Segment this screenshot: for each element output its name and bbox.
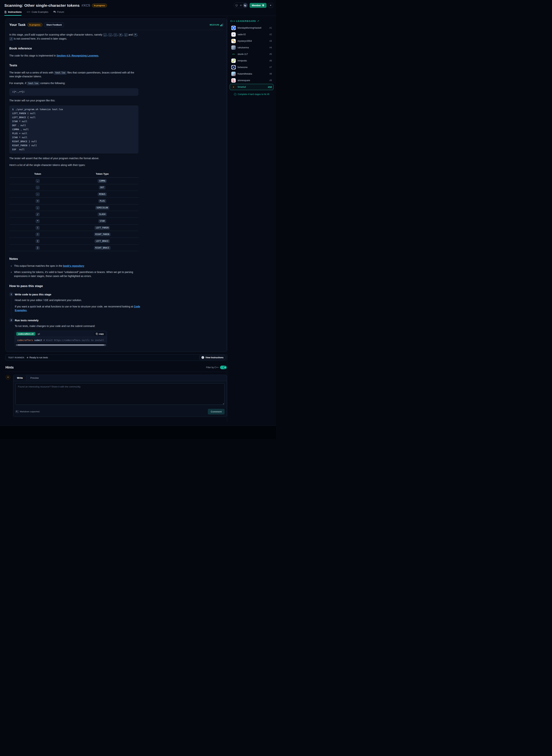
tab-code-examples[interactable]: </> Code Examples bbox=[27, 11, 48, 16]
leaderboard-row[interactable]: sada-02#2 bbox=[230, 31, 273, 37]
token-type-badge: PLUS bbox=[99, 199, 106, 203]
close-icon[interactable]: ✕ bbox=[268, 3, 273, 8]
leaderboard-rank: #1 bbox=[269, 27, 272, 29]
inline-code: . bbox=[108, 33, 112, 37]
text-link[interactable]: Section 4.5: Recognizing Lexemes bbox=[56, 54, 99, 57]
chat-icon bbox=[53, 11, 56, 13]
tab-codecrafters-cli[interactable]: codecrafters cli bbox=[16, 332, 35, 336]
resize-handle-icon[interactable]: ◢ bbox=[223, 403, 224, 404]
test-runner-label: TEST RUNNER: bbox=[8, 357, 25, 359]
token-type-badge: LEFT_PAREN bbox=[95, 226, 110, 230]
leaderboard-username: skunk-117 bbox=[238, 53, 248, 55]
text-link[interactable]: Code Examples bbox=[15, 305, 140, 312]
view-instructions-button[interactable]: ↓ View Instructions bbox=[199, 355, 226, 360]
token-badge: { bbox=[36, 239, 39, 243]
leaderboard-rank: #8 bbox=[269, 73, 272, 75]
avatar bbox=[231, 85, 236, 89]
comment-button[interactable]: Comment bbox=[208, 409, 225, 414]
table-row: (LEFT_PAREN bbox=[9, 224, 138, 231]
leaderboard-rank: #9 bbox=[269, 79, 272, 82]
markdown-icon: M↓ bbox=[15, 410, 19, 413]
member-label: Member bbox=[252, 4, 261, 7]
filter-toggle[interactable]: ✓ bbox=[220, 366, 227, 369]
stage-id: #XC5 bbox=[82, 3, 90, 7]
inline-code: ; bbox=[124, 33, 128, 37]
scroll-left-icon[interactable]: ◀ bbox=[16, 344, 17, 346]
filter-label: Filter by C++ bbox=[206, 366, 219, 369]
table-row: )RIGHT_PAREN bbox=[9, 231, 138, 238]
leaderboard-row[interactable]: skunk-117#5 bbox=[230, 51, 273, 57]
leaderboard-note-label: Complete 4 hard stages to hit #9 bbox=[238, 93, 269, 96]
step-paragraph: To run tests, make changes to your code … bbox=[15, 324, 144, 328]
scroll-right-icon[interactable]: ▶ bbox=[105, 344, 106, 346]
tab-label: Forum bbox=[57, 11, 64, 13]
instructions-card: Your Task In-progress Share Feedback MED… bbox=[5, 19, 227, 352]
inline-code: test.lox bbox=[27, 82, 39, 85]
scrollbar-thumb[interactable] bbox=[17, 345, 104, 346]
dark-theme-icon[interactable] bbox=[243, 3, 247, 7]
token-type-badge: SLASH bbox=[98, 213, 107, 216]
comment-input[interactable] bbox=[15, 383, 225, 405]
tab-label: Instructions bbox=[8, 11, 21, 13]
tab-git[interactable]: git bbox=[37, 332, 41, 336]
leaderboard-row[interactable]: mmjwxbc#6 bbox=[230, 57, 273, 64]
avatar bbox=[231, 45, 236, 50]
leaderboard-row[interactable]: alonesquare#9 bbox=[230, 77, 273, 84]
token-badge: , bbox=[36, 179, 39, 183]
token-type-badge: RIGHT_BRACE bbox=[94, 246, 111, 250]
tab-preview[interactable]: Preview bbox=[27, 375, 42, 381]
system-theme-icon[interactable] bbox=[234, 3, 239, 7]
leaderboard-username: alonesquare bbox=[238, 79, 250, 82]
leaderboard-username: rahulsenna bbox=[238, 46, 249, 49]
leaderboard-row[interactable]: fortwoone#7 bbox=[230, 64, 273, 71]
light-theme-icon[interactable] bbox=[239, 3, 243, 7]
share-feedback-button[interactable]: Share Feedback bbox=[44, 22, 64, 27]
leaderboard-row[interactable]: Katamithetaka#8 bbox=[230, 71, 273, 77]
assert-text: The tester will assert that the stdout o… bbox=[9, 156, 138, 160]
copy-button[interactable]: copy bbox=[94, 332, 105, 336]
view-instructions-label: View Instructions bbox=[205, 356, 224, 359]
token-type-badge: STAR bbox=[99, 219, 106, 223]
run-text: The tester will run your program like th… bbox=[9, 99, 138, 103]
note-item: When scanning for tokens, it's valid to … bbox=[10, 270, 138, 278]
code-icon: </> bbox=[27, 11, 30, 13]
comment-editor: Write Preview ◢ M↓ Markdown supported. C… bbox=[13, 375, 227, 417]
copy-label: copy bbox=[99, 333, 104, 335]
avatar bbox=[231, 65, 236, 70]
book-reference-paragraph: The code for this stage is implemented i… bbox=[9, 54, 138, 58]
tab-write[interactable]: Write bbox=[13, 375, 27, 381]
theme-switcher[interactable] bbox=[234, 3, 248, 8]
leaderboard-rank: #5 bbox=[269, 53, 272, 55]
inline-code: test.lox bbox=[54, 71, 66, 75]
status-dot bbox=[27, 357, 28, 358]
leaderboard-row[interactable]: rahulsenna#4 bbox=[230, 44, 273, 51]
leaderboard-title[interactable]: C++ LEADERBOARD ↗ bbox=[230, 20, 273, 22]
code-token: # Visit https://codecrafters.io/cli to i… bbox=[42, 339, 104, 342]
leaderboard-row[interactable]: mysteryn3554#3 bbox=[230, 38, 273, 44]
header: Scanning: Other single-character tokens … bbox=[0, 0, 276, 8]
tab-instructions[interactable]: Instructions bbox=[4, 11, 21, 16]
tests-paragraph-2: For example, if test.lox contains the fo… bbox=[9, 81, 138, 85]
token-badge: / bbox=[36, 213, 39, 216]
token-type-badge: RIGHT_PAREN bbox=[94, 233, 111, 236]
comment-section: Write Preview ◢ M↓ Markdown supported. C… bbox=[5, 375, 227, 417]
token-badge: + bbox=[36, 199, 39, 203]
member-button[interactable]: Member bbox=[250, 3, 267, 8]
notes-list: This output format matches the spec in t… bbox=[10, 264, 138, 278]
divider bbox=[9, 30, 223, 30]
leaderboard-row[interactable]: MondayMorningHaskell#1 bbox=[230, 25, 273, 31]
tab-forum[interactable]: Forum bbox=[53, 11, 64, 16]
table-row: {LEFT_BRACE bbox=[9, 238, 138, 244]
token-badge: * bbox=[36, 219, 39, 223]
avatar bbox=[231, 58, 236, 63]
avatar bbox=[231, 72, 236, 76]
step-2: 2 Run tests remotely To run tests, make … bbox=[9, 319, 223, 347]
leaderboard-rank: #4 bbox=[269, 46, 272, 49]
token-badge: . bbox=[36, 186, 39, 189]
text-link[interactable]: book's repository bbox=[63, 264, 84, 267]
leaderboard-list: MondayMorningHaskell#1sada-02#2mysteryn3… bbox=[230, 25, 273, 90]
leaderboard-row[interactable]: Smartuil#10 bbox=[230, 84, 273, 90]
note-item: This output format matches the spec in t… bbox=[10, 264, 138, 268]
horizontal-scrollbar[interactable]: ◀ ▶ bbox=[15, 344, 106, 346]
toggle-check-icon: ✓ bbox=[224, 366, 227, 369]
